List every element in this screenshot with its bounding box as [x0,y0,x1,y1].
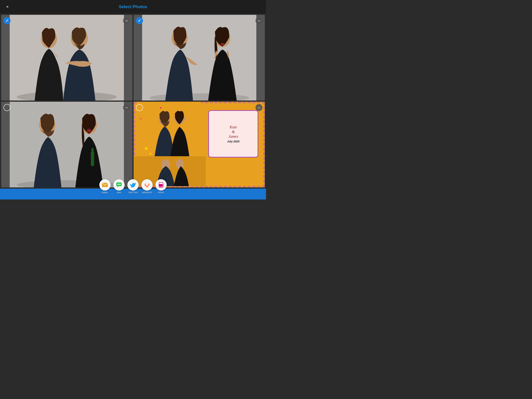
svg-point-32 [146,186,148,187]
expand-icon-3: ⤢ [124,105,129,110]
print-icon [158,182,164,188]
airdrop-icon-container [141,179,153,191]
photo-content-1 [1,15,133,101]
expand-icon-4: ⤢ [257,105,261,110]
svg-rect-37 [160,187,162,187]
svg-marker-28 [117,186,119,187]
svg-text:♥: ♥ [140,117,142,120]
share-actions: EMAIL SMS TWITTER [99,179,167,194]
page-title: Select Photos [119,4,147,9]
photo-cell-2[interactable]: ⤢ [133,15,265,101]
close-button[interactable]: × [4,3,11,10]
share-email-button[interactable]: EMAIL [99,179,111,194]
airdrop-label: AIRDROP [142,191,152,194]
svg-rect-14 [91,152,94,166]
airdrop-icon [144,182,150,188]
share-twitter-button[interactable]: TWITTER [127,179,139,194]
header: × Select Photos [0,0,266,14]
photo-content-4: ★ ★ ♥ ♥ Kate & James July 202 [133,102,265,187]
sms-icon [116,182,122,188]
svg-text:★: ★ [144,145,149,151]
twitter-icon [130,182,136,187]
print-icon-container [155,179,167,191]
photo-cell-1[interactable]: ⤢ [1,15,133,101]
svg-point-8 [221,43,224,46]
svg-text:♥: ♥ [160,106,162,110]
expand-button-1[interactable]: ⤢ [123,17,130,24]
svg-rect-15 [92,148,94,153]
photo-content-2 [133,15,265,101]
print-label: PRINT [158,191,164,194]
email-label: EMAIL [102,191,108,194]
close-icon: × [6,4,9,9]
share-airdrop-button[interactable]: AIRDROP [141,179,153,194]
photo-image-2 [133,15,265,101]
photo-image-3 [1,102,133,187]
wedding-couple-svg: ★ ★ ♥ ♥ [133,102,206,157]
sms-label: SMS [117,191,121,194]
twitter-label: TWITTER [128,191,138,194]
select-circle-1[interactable] [4,17,11,24]
wedding-date: July 2020 [227,140,240,143]
photo-content-3 [1,102,133,187]
expand-icon-2: ⤢ [257,19,261,23]
expand-button-2[interactable]: ⤢ [255,17,262,24]
sms-icon-container [113,179,125,191]
photo-cell-4[interactable]: ★ ★ ♥ ♥ Kate & James July 202 [133,102,265,187]
share-sms-button[interactable]: SMS [113,179,125,194]
email-icon [102,183,108,187]
svg-point-29 [117,184,118,185]
select-circle-4[interactable] [136,104,143,111]
expand-icon-1: ⤢ [124,19,129,23]
select-circle-3[interactable] [4,104,11,111]
svg-point-13 [87,129,91,132]
share-print-button[interactable]: PRINT [155,179,167,194]
photo-image-1 [1,15,133,101]
expand-button-4[interactable]: ⤢ [255,104,262,111]
wedding-names: Kate & James [228,125,238,139]
svg-rect-33 [159,182,163,184]
twitter-icon-container [127,179,139,191]
svg-point-30 [119,184,120,185]
email-icon-container [99,179,111,191]
photo-cell-3[interactable]: ⤢ [1,102,133,187]
select-circle-2[interactable] [136,17,143,24]
svg-rect-36 [160,186,162,187]
wedding-card-inner: Kate & James July 2020 [208,110,258,157]
expand-button-3[interactable]: ⤢ [123,104,130,111]
svg-rect-4 [142,15,256,101]
svg-rect-9 [10,102,124,187]
photo-grid: ⤢ [0,14,266,189]
svg-point-38 [162,185,163,186]
svg-point-31 [120,184,121,185]
